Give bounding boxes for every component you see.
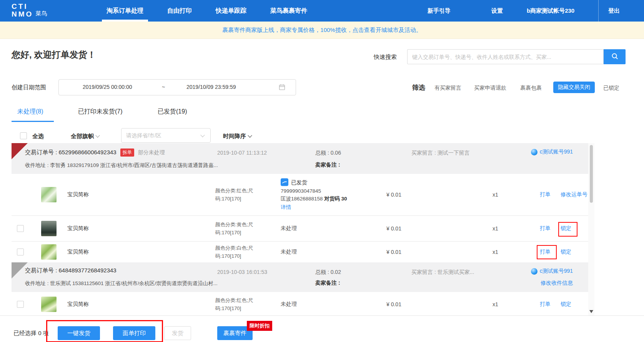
date-from[interactable]: 2019/09/25 00:00:00: [83, 84, 132, 90]
filter-option-locked[interactable]: 已锁定: [603, 85, 619, 92]
nav-account[interactable]: b商家测试帐号230: [527, 0, 574, 22]
calendar-icon[interactable]: [279, 84, 285, 92]
scroll-down-arrow[interactable]: [589, 310, 593, 313]
action-lock[interactable]: 锁定: [561, 225, 571, 232]
date-range-picker[interactable]: 2019/09/25 00:00:00 ~ 2019/10/09 23:59:5…: [58, 79, 296, 95]
product-sku: 颜色分类:红色;尺码:170[170]: [215, 296, 267, 312]
announcement-banner[interactable]: 裹裹寄件商家版上线，商家专属价格，100%揽收，点击查看开城城市及活动。: [0, 22, 644, 39]
wangwang-icon: [531, 149, 537, 155]
ship-status: 已发货: [291, 179, 307, 186]
one-key-ship-button[interactable]: 一键发货: [58, 326, 100, 340]
order-date: 2019-10-03 16:01:53: [217, 269, 267, 275]
product-title: 宝贝简称: [67, 225, 89, 232]
seller-note-label: 卖家备注 :: [315, 280, 340, 287]
receiver-address: 收件地址 : 世乐测试 15381125601 浙江省/杭州市/余杭区/崇贤街道…: [25, 280, 218, 287]
select-all-checkbox[interactable]: [20, 132, 27, 139]
product-qty: x1: [493, 301, 498, 307]
flag-filter-dropdown[interactable]: 全部旗帜: [71, 133, 99, 140]
logo-line1: CTI: [12, 3, 33, 10]
scrollbar-thumb[interactable]: [590, 145, 593, 203]
row-status: 未处理: [281, 301, 297, 308]
product-qty: x1: [493, 192, 498, 198]
product-price: ¥ 0.01: [386, 225, 401, 232]
order-status: 部分未处理: [138, 149, 165, 156]
order-group-header: 交易订单号 : 652996866006492343 拆单 部分未处理 2019…: [12, 143, 588, 174]
nav-item-free-print[interactable]: 自由打印: [167, 0, 192, 22]
list-scrollbar[interactable]: [588, 143, 594, 315]
action-print-waybill[interactable]: 打单: [540, 225, 551, 232]
row-checkbox[interactable]: [17, 249, 24, 255]
nav-item-waybill-tracking[interactable]: 快递单跟踪: [216, 0, 246, 22]
row-status: 未处理: [281, 225, 297, 232]
product-title: 宝贝简称: [67, 301, 89, 308]
row-checkbox[interactable]: [17, 301, 24, 308]
cainiao-logo-icon: CTI NMO: [12, 3, 33, 18]
order-total: 总额 : 0.06: [315, 150, 341, 157]
product-title: 宝贝简称: [67, 191, 89, 198]
nav-item-guoguo-send[interactable]: 菜鸟裹裹寄件: [270, 0, 307, 22]
order-date: 2019-10-07 11:13:12: [217, 150, 267, 156]
nav-item-taobao-order-processing[interactable]: 淘系订单处理: [107, 0, 143, 22]
filter-label: 筛选: [412, 83, 425, 92]
product-row: 宝贝简称 颜色分类:白色;尺码:170[170] 未处理 ¥ 0.01 x1 打…: [12, 242, 588, 262]
sheet-print-button[interactable]: 面单打印: [113, 326, 155, 340]
order-number: 交易订单号 : 652996866006492343: [25, 149, 116, 156]
nav-settings[interactable]: 设置: [491, 0, 503, 22]
wangwang-icon: [531, 268, 537, 275]
top-navbar: CTI NMO 菜鸟 淘系订单处理 自由打印 快递单跟踪 菜鸟裹裹寄件 新手引导…: [0, 0, 644, 22]
nav-divider: [598, 0, 599, 22]
order-number: 交易订单号 : 648489377268492343: [25, 267, 116, 274]
filter-option-hide-closed[interactable]: 隐藏交易关闭: [553, 82, 595, 93]
buyer-account-link[interactable]: c测试账号991: [531, 148, 573, 155]
edit-receiver-link[interactable]: 修改收件信息: [541, 280, 573, 287]
action-lock[interactable]: 锁定: [561, 249, 571, 255]
date-separator: ~: [162, 84, 165, 90]
product-row: 宝贝简称 颜色分类:红色;尺码:170[170] 已发货 79999903047…: [12, 174, 588, 216]
chevron-down-icon: [248, 133, 252, 137]
product-thumbnail: [41, 244, 57, 260]
filter-option-guoguo-package[interactable]: 裹裹包裹: [520, 85, 542, 92]
row-checkbox[interactable]: [17, 225, 24, 232]
nav-guide[interactable]: 新手引导: [428, 0, 451, 22]
product-price: ¥ 0.01: [386, 301, 401, 307]
courier-info: 匡波18626888158 对货码 30: [281, 195, 369, 202]
action-print-waybill[interactable]: 打单: [540, 301, 551, 308]
tab-pending[interactable]: 未处理(8): [17, 108, 43, 116]
product-thumbnail: [41, 297, 57, 312]
product-price: ¥ 0.01: [386, 249, 401, 255]
product-thumbnail: [41, 221, 57, 236]
product-row: 宝贝简称 颜色分类:黄色;尺码:170[170] 未处理 ¥ 0.01 x1 打…: [12, 216, 588, 242]
action-modify-waybill[interactable]: 修改运单号: [561, 191, 587, 198]
discount-badge: 限时折扣: [247, 321, 272, 331]
filter-option-refund-request[interactable]: 买家申请退款: [474, 85, 506, 92]
tab-shipped[interactable]: 已发货(19): [158, 108, 187, 116]
sort-order-dropdown[interactable]: 时间降序: [223, 133, 251, 140]
active-tab-underline: [12, 121, 54, 122]
receiver-address: 收件地址 : 李智勇 18329179109 浙江省/杭州市/西湖区/古荡街道古…: [25, 162, 218, 169]
detail-link[interactable]: 详情: [281, 204, 369, 211]
product-qty: x1: [493, 249, 498, 255]
goods-code: 对货码 30: [324, 195, 347, 201]
action-print-waybill[interactable]: 打单: [540, 191, 551, 198]
logo-line2: NMO: [12, 10, 33, 18]
date-to[interactable]: 2019/10/09 23:59:59: [186, 84, 236, 90]
shipped-courier-icon: [281, 179, 288, 186]
order-list: 交易订单号 : 652996866006492343 拆单 部分未处理 2019…: [12, 143, 588, 316]
product-sku: 颜色分类:白色;尺码:170[170]: [215, 244, 267, 260]
tab-printed-unshipped[interactable]: 已打印未发货(7): [78, 108, 123, 116]
nav-logout[interactable]: 登出: [608, 0, 620, 22]
order-total: 总额 : 0.02: [315, 269, 341, 276]
date-range-label: 创建日期范围: [12, 84, 46, 91]
search-input[interactable]: [407, 49, 604, 64]
ship-button-disabled[interactable]: 发货: [164, 326, 191, 340]
order-group-header: 交易订单号 : 648489377268492343 2019-10-03 16…: [12, 262, 588, 292]
action-print-waybill[interactable]: 打单: [540, 249, 551, 255]
action-lock[interactable]: 锁定: [561, 301, 571, 308]
search-button[interactable]: [604, 49, 626, 64]
filter-option-buyer-message[interactable]: 有买家留言: [434, 85, 461, 92]
region-select[interactable]: 请选择省/市/区: [121, 128, 211, 143]
selected-count: 已经选择 0 项: [13, 330, 49, 337]
app-logo: CTI NMO 菜鸟: [12, 3, 47, 18]
product-qty: x1: [493, 225, 498, 232]
buyer-account-link[interactable]: c测试账号991: [531, 268, 573, 275]
